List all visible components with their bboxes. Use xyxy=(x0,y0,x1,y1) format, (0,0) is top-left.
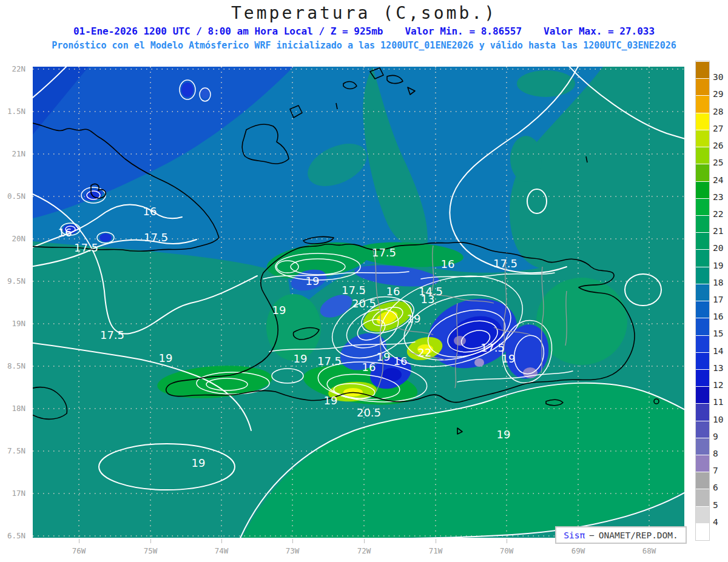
lon-tick-mark xyxy=(364,539,365,543)
colorbar-band xyxy=(696,489,709,506)
legend-dash: − xyxy=(589,530,595,540)
colorbar-band xyxy=(696,95,709,112)
colorbar-band xyxy=(696,523,709,540)
lat-tick-label: 19N xyxy=(12,319,25,328)
contour-label: 22 xyxy=(418,346,432,359)
colorbar-labels: 3029282726252423222120191817161514131211… xyxy=(713,61,728,540)
lon-tick-mark xyxy=(221,539,222,543)
lon-tick-label: 74W xyxy=(207,546,236,555)
colorbar-band xyxy=(696,352,709,369)
onamet-org-label: ONAMET/REP.DOM. xyxy=(599,530,678,540)
contour-label: 19 xyxy=(294,352,308,365)
colorbar-band xyxy=(696,164,709,181)
colorbar-tick-label: 9 xyxy=(713,432,718,441)
colorbar-tick-label: 14 xyxy=(713,346,723,356)
lat-tick-label: 22N xyxy=(12,64,25,73)
colorbar-band xyxy=(696,369,709,386)
colorbar-tick-label: 21 xyxy=(713,226,723,236)
lon-tick-label: 76W xyxy=(64,546,93,555)
contour-label: 16 xyxy=(394,355,408,367)
colorbar-tick-label: 29 xyxy=(713,89,723,99)
colorbar-band xyxy=(696,472,709,489)
contour-label: 20.5 xyxy=(352,297,376,310)
colorbar-band xyxy=(696,198,709,215)
lon-tick-mark xyxy=(79,539,79,543)
contour-label: 17.5 xyxy=(493,257,517,270)
colorbar-tick-label: 17 xyxy=(713,295,723,304)
model-info-line: Pronóstico con el Modelo Atmósferico WRF… xyxy=(0,40,728,51)
lat-tick-label: 0.5N xyxy=(7,192,25,201)
colorbar-band xyxy=(696,130,709,147)
colorbar-tick-label: 10 xyxy=(713,415,723,424)
contour-label: 16 xyxy=(58,226,72,239)
colorbar-band xyxy=(696,215,709,232)
contour-label: 19 xyxy=(502,352,516,365)
lon-tick-mark xyxy=(436,539,436,543)
lat-tick-label: 18N xyxy=(12,404,25,413)
colorbar-tick-label: 19 xyxy=(713,261,723,270)
contour-label: 17.5 xyxy=(317,355,342,367)
colorbar-band xyxy=(696,232,709,249)
map-canvas: 161617.517.517.5191917.51617.5191917.520… xyxy=(33,67,684,538)
colorbar-tick-label: 15 xyxy=(713,329,723,338)
colorbar-band xyxy=(696,506,709,523)
lat-tick-label: 20N xyxy=(12,234,25,243)
source-legend-box: Sisπ − ONAMET/REP.DOM. xyxy=(555,526,687,544)
lon-tick-label: 75W xyxy=(136,546,165,555)
lon-tick-mark xyxy=(292,539,293,543)
colorbar-tick-label: 26 xyxy=(713,141,723,150)
colorbar-tick-label: 24 xyxy=(713,175,723,185)
colorbar-band xyxy=(696,61,709,78)
colorbar-band xyxy=(696,113,709,130)
colorbar-band xyxy=(696,438,709,455)
lat-tick-label: 1.5N xyxy=(7,107,25,116)
colorbar-band xyxy=(696,455,709,472)
colorbar-tick-label: 18 xyxy=(713,278,723,287)
colorbar-band xyxy=(696,267,709,284)
lat-tick-label: 17N xyxy=(12,489,25,498)
contour-label: 16 xyxy=(386,285,400,298)
colorbar-tick-label: 4 xyxy=(713,517,718,527)
colorbar-tick-label: 11 xyxy=(713,397,723,407)
colorbar-band xyxy=(696,249,709,266)
contour-label: 17.5 xyxy=(100,329,124,341)
value-min-text: Valor Min. = 8.86557 xyxy=(405,25,522,37)
contour-label: 19 xyxy=(192,457,206,469)
contour-label: 19 xyxy=(407,312,421,325)
map-svg: 161617.517.517.5191917.51617.5191917.520… xyxy=(33,67,684,538)
colorbar-tick-label: 23 xyxy=(713,192,723,202)
lon-tick-label: 69W xyxy=(564,546,593,555)
colorbar-band xyxy=(696,386,709,403)
colorbar-tick-label: 16 xyxy=(713,312,723,321)
colorbar-band xyxy=(696,403,709,420)
colorbar-tick-label: 5 xyxy=(713,500,718,510)
colorbar-tick-label: 25 xyxy=(713,158,723,167)
colorbar-tick-label: 20 xyxy=(713,243,723,253)
colorbar-band xyxy=(696,284,709,301)
contour-label: 17.5 xyxy=(342,284,366,296)
contour-label: 16 xyxy=(143,205,157,218)
contour-label: 19 xyxy=(377,350,391,363)
lat-tick-label: 21N xyxy=(12,149,25,158)
lon-tick-label: 68W xyxy=(635,546,664,555)
lon-tick-label: 72W xyxy=(349,546,379,555)
lat-tick-label: 8.5N xyxy=(7,361,25,370)
contour-label: 19 xyxy=(324,394,338,407)
contour-label: 19 xyxy=(306,275,320,287)
contour-label: 19 xyxy=(272,304,286,316)
colorbar-band xyxy=(696,421,709,438)
colorbar-tick-label: 6 xyxy=(713,483,718,492)
lat-tick-label: 7.5N xyxy=(7,446,25,455)
contour-label: 17.5 xyxy=(144,231,168,244)
colorbar-tick-label: 12 xyxy=(713,380,723,390)
contour-label: 20.5 xyxy=(357,406,381,419)
colorbar-tick-label: 30 xyxy=(713,72,723,82)
lon-tick-label: 73W xyxy=(278,546,307,555)
colorbar xyxy=(695,61,710,541)
lon-tick-label: 71W xyxy=(421,546,450,555)
colorbar-tick-label: 28 xyxy=(713,107,723,116)
contour-label: 19 xyxy=(159,352,173,364)
colorbar-band xyxy=(696,335,709,352)
lon-tick-label: 70W xyxy=(492,546,521,555)
colorbar-band xyxy=(696,78,709,95)
